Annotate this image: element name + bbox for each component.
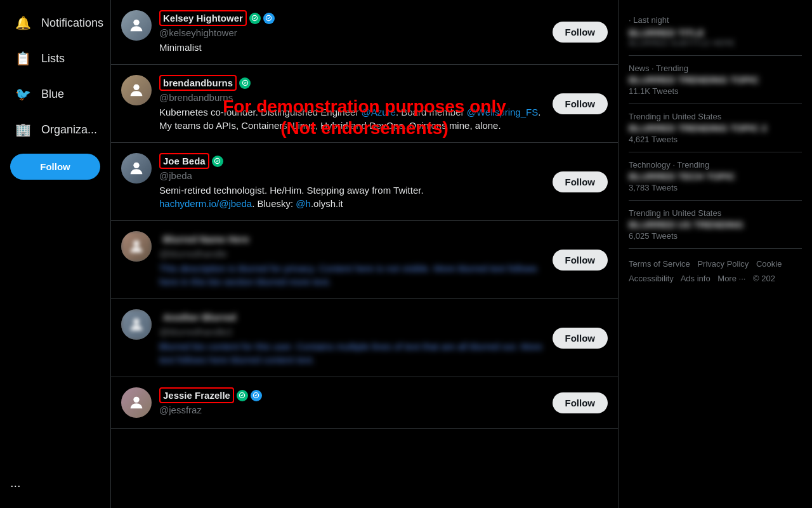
user-bio-blurred1: This description is blurred for privacy.…	[159, 262, 545, 288]
footer-links: Terms of Service Privacy Policy Cookie A…	[629, 249, 802, 294]
verified-green-icon-kelsey	[249, 13, 261, 24]
trend-category-1: Trending in United States	[629, 112, 802, 121]
user-name-row-jessie: Jessie Frazelle	[159, 387, 545, 403]
sidebar-item-org[interactable]: 🏢 Organiza...	[5, 114, 105, 145]
svg-point-3	[133, 241, 139, 246]
left-sidebar: 🔔 Notifications 📋 Lists 🐦 Blue 🏢 Organiz…	[0, 0, 111, 508]
user-card-kelsey: Kelsey Hightower @kelseyhightower Minima…	[111, 0, 618, 65]
verified-green-icon-brendan	[239, 77, 251, 89]
user-info-kelsey: Kelsey Hightower @kelseyhightower Minima…	[159, 10, 545, 54]
last-night-title: BLURRED TITLE	[629, 27, 802, 38]
sidebar-blue-label: Blue	[41, 88, 64, 101]
accessibility-link[interactable]: Accessibility	[629, 274, 674, 283]
user-name-joe: Joe Beda	[159, 153, 209, 169]
user-card-brendan: brendandburns @brendandburns Kubernetes …	[111, 65, 618, 143]
sidebar-item-blue[interactable]: 🐦 Blue	[5, 79, 105, 109]
user-name-brendan: brendandburns	[159, 75, 237, 91]
svg-point-0	[133, 20, 139, 25]
trend-item-1: Trending in United States BLURRED TRENDI…	[629, 104, 802, 152]
verified-green-icon-jessie	[237, 390, 248, 401]
user-bio-joe: Semi-retired technologist. He/Him. Stepp…	[159, 184, 545, 210]
follow-button-jessie[interactable]: Follow	[553, 392, 608, 413]
user-name-row-kelsey: Kelsey Hightower	[159, 10, 545, 26]
user-handle-brendan: @brendandburns	[159, 92, 545, 103]
user-card-blurred2: Another Blurred @blurredhandle2 Blurred …	[111, 299, 618, 377]
user-handle-jessie: @jessfraz	[159, 404, 545, 415]
trend-topic-3: BLURRED US TRENDING	[629, 219, 802, 230]
privacy-policy-link[interactable]: Privacy Policy	[697, 259, 749, 269]
azure-link[interactable]: @Azure	[362, 107, 396, 117]
cookie-link[interactable]: Cookie	[756, 259, 782, 269]
user-info-joe: Joe Beda @jbeda Semi-retired technologis…	[159, 153, 545, 210]
user-name-row-joe: Joe Beda	[159, 153, 545, 169]
user-bio-blurred2: Blurred bio content for this user. Conta…	[159, 340, 545, 366]
follow-button-brendan[interactable]: Follow	[553, 93, 608, 114]
trend-topic-2: BLURRED TECH TOPIC	[629, 171, 802, 182]
wellspring-link[interactable]: @Wellspring_FS	[467, 107, 539, 117]
user-handle-kelsey: @kelseyhightower	[159, 27, 545, 38]
user-name-blurred2: Another Blurred	[159, 309, 240, 325]
sidebar-lists-label: Lists	[41, 52, 65, 65]
avatar-kelsey	[121, 10, 152, 41]
user-name-row-blurred1: Blurred Name Here	[159, 231, 545, 247]
svg-point-5	[133, 397, 139, 403]
user-handle-blurred2: @blurredhandle2	[159, 326, 545, 337]
ads-info-link[interactable]: Ads info	[681, 274, 710, 283]
svg-point-4	[133, 319, 139, 324]
user-bio-brendan: Kubernetes co-founder. Distinguished Eng…	[159, 105, 545, 132]
user-info-blurred2: Another Blurred @blurredhandle2 Blurred …	[159, 309, 545, 366]
last-night-subtitle: BLURRED SUBTITLE HERE	[629, 38, 802, 48]
user-info-brendan: brendandburns @brendandburns Kubernetes …	[159, 75, 545, 132]
blue-icon: 🐦	[15, 86, 31, 102]
right-sidebar: · Last night BLURRED TITLE BLURRED SUBTI…	[619, 0, 812, 508]
trend-count-0: 11.1K Tweets	[629, 86, 802, 96]
more-options-button[interactable]: ···	[5, 473, 26, 498]
sidebar-item-lists[interactable]: 📋 Lists	[5, 43, 105, 74]
sidebar-item-notifications[interactable]: 🔔 Notifications	[5, 8, 105, 38]
user-name-blurred1: Blurred Name Here	[159, 231, 253, 247]
org-icon: 🏢	[15, 122, 31, 137]
avatar-brendan	[121, 75, 152, 105]
user-handle-joe: @jbeda	[159, 170, 545, 181]
trend-topic-1: BLURRED TRENDING TOPIC 2	[629, 123, 802, 133]
svg-point-1	[133, 84, 139, 90]
last-night-category: · Last night	[629, 15, 802, 25]
avatar-blurred2	[121, 309, 152, 340]
trend-count-2: 3,783 Tweets	[629, 183, 802, 192]
hachyderm-link[interactable]: hachyderm.io/@jbeda	[159, 198, 252, 209]
trend-category-3: Trending in United States	[629, 208, 802, 218]
trend-count-1: 4,621 Tweets	[629, 135, 802, 144]
trend-category-0: News · Trending	[629, 64, 802, 73]
follow-button-blurred2[interactable]: Follow	[553, 328, 608, 349]
tweet-follow-button[interactable]: Follow	[10, 154, 100, 180]
avatar-joe	[121, 153, 152, 184]
avatar-blurred1	[121, 231, 152, 262]
user-bio-kelsey: Minimalist	[159, 41, 545, 54]
trend-count-3: 6,025 Tweets	[629, 231, 802, 241]
trend-item-0: News · Trending BLURRED TRENDING TOPIC 1…	[629, 56, 802, 104]
more-link[interactable]: More ···	[717, 274, 745, 283]
last-night-item: · Last night BLURRED TITLE BLURRED SUBTI…	[629, 8, 802, 56]
trend-item-2: Technology · Trending BLURRED TECH TOPIC…	[629, 152, 802, 201]
user-info-blurred1: Blurred Name Here @blurredhandle This de…	[159, 231, 545, 288]
verified-blue-icon-kelsey	[263, 13, 275, 24]
trend-item-3: Trending in United States BLURRED US TRE…	[629, 201, 802, 249]
main-content: Kelsey Hightower @kelseyhightower Minima…	[111, 0, 619, 508]
terms-of-service-link[interactable]: Terms of Service	[629, 259, 690, 269]
user-card-blurred1: Blurred Name Here @blurredhandle This de…	[111, 221, 618, 299]
user-name-row-blurred2: Another Blurred	[159, 309, 545, 325]
follow-button-blurred1[interactable]: Follow	[553, 250, 608, 271]
follow-button-kelsey[interactable]: Follow	[553, 22, 608, 43]
sidebar-org-label: Organiza...	[41, 123, 97, 137]
user-info-jessie: Jessie Frazelle @jessfraz	[159, 387, 545, 418]
bluesky-link[interactable]: @h	[296, 198, 311, 209]
user-name-row-brendan: brendandburns	[159, 75, 545, 91]
copyright-text: © 202	[753, 274, 775, 283]
verified-blue-icon-jessie	[251, 390, 262, 401]
user-card-joe: Joe Beda @jbeda Semi-retired technologis…	[111, 143, 618, 221]
follow-button-joe[interactable]: Follow	[553, 171, 608, 192]
trend-topic-0: BLURRED TRENDING TOPIC	[629, 74, 802, 85]
list-icon: 📋	[15, 51, 31, 66]
user-card-jessie: Jessie Frazelle @jessfraz Follow	[111, 377, 618, 429]
avatar-jessie	[121, 387, 152, 418]
